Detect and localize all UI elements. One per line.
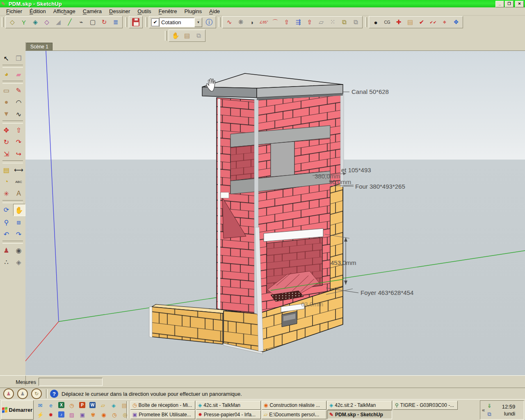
stamp-check-icon[interactable]: ✔: [416, 17, 427, 27]
rotate-cursor-icon[interactable]: ↻: [98, 17, 110, 27]
smooth-surface-icon[interactable]: ◗: [247, 17, 258, 27]
tray-collapse-chevron[interactable]: «: [482, 407, 485, 413]
menu-camera[interactable]: Caméra: [79, 8, 105, 15]
ql-folder-icon[interactable]: ▱: [99, 401, 107, 409]
scene-tab[interactable]: Scène 1: [26, 43, 52, 50]
ql-word-icon[interactable]: W: [89, 402, 96, 408]
ql-device-icon[interactable]: ⚡: [36, 411, 44, 419]
ql-coins-icon[interactable]: ◎: [121, 411, 129, 419]
component-browser-icon[interactable]: ▤: [181, 30, 193, 41]
pan-tool[interactable]: ✋: [13, 204, 25, 216]
taskbar-button-task-construction[interactable]: ◉Construction réaliste ...: [262, 401, 326, 410]
ql-irfanview-icon[interactable]: ✸: [47, 411, 55, 419]
follow-me-tool[interactable]: ↷: [13, 136, 25, 148]
zoom-window-tool[interactable]: ⧈: [13, 217, 25, 228]
sandbox-points-icon[interactable]: ⁙: [327, 17, 338, 27]
layer-info-icon[interactable]: ⓘ: [203, 17, 215, 27]
center-gravity-icon[interactable]: CG: [381, 17, 393, 27]
extrude-up-icon[interactable]: ⇧: [281, 17, 292, 27]
extrude-face-icon[interactable]: ⇧: [304, 17, 315, 27]
taskbar-button-task-prometee[interactable]: ▣Prometee BK Utilisate...: [130, 410, 195, 419]
menu-edition[interactable]: Édition: [26, 8, 50, 15]
tray-update-icon[interactable]: ⇓: [486, 402, 493, 410]
layer-combo-arrow[interactable]: ▼: [194, 18, 202, 27]
taskbar-button-task-42c-talkman[interactable]: ◈42c.sit - TalkMan: [196, 401, 261, 410]
make-component-tool[interactable]: ❒: [13, 52, 25, 64]
line-tool[interactable]: ✎: [13, 84, 25, 96]
taskbar-button-task-tigre[interactable]: ⚲TIGRE - G03R03C00 -...: [393, 401, 458, 410]
ql-clock2-icon[interactable]: ◷: [110, 411, 119, 419]
save-button[interactable]: [130, 17, 142, 27]
protractor-tool[interactable]: ◔: [1, 176, 12, 187]
eraser-tool[interactable]: ▰: [13, 68, 25, 80]
stamp-multi-icon[interactable]: ✔✔: [427, 17, 439, 27]
ql-internet-explorer-icon[interactable]: e: [47, 401, 55, 409]
ql-clock-icon[interactable]: ◷: [68, 401, 76, 409]
axes-tool[interactable]: ✳: [1, 188, 12, 199]
arc-tool[interactable]: ◠: [13, 96, 25, 108]
select-tool[interactable]: ↖: [1, 52, 12, 64]
circle-tool[interactable]: ●: [1, 96, 12, 108]
ql-powerpoint-icon[interactable]: P: [79, 402, 85, 408]
paste-plus-icon[interactable]: ✚: [393, 17, 404, 27]
zoom-next-tool[interactable]: ↷: [13, 228, 25, 240]
3d-text-tool[interactable]: A: [13, 188, 25, 199]
ql-photo-icon[interactable]: ▨: [68, 411, 76, 419]
scale-tool[interactable]: ⇲: [1, 148, 12, 160]
rotate-tool[interactable]: ↻: [1, 136, 12, 148]
ql-outlook-icon[interactable]: ✉: [36, 401, 44, 409]
orbit-tool[interactable]: ⟳: [1, 204, 12, 215]
wireframe-box-icon[interactable]: ◇: [7, 17, 18, 27]
menu-fenetre[interactable]: Fenêtre: [155, 8, 181, 15]
freehand-curve-icon[interactable]: ∿: [224, 17, 235, 27]
help-icon[interactable]: ?: [50, 390, 58, 398]
menu-affichage[interactable]: Affichage: [50, 8, 79, 15]
zoom-tool[interactable]: ⚲: [1, 217, 12, 228]
edges-box-icon[interactable]: ◈: [30, 17, 41, 27]
taskbar-button-task-pdm-sketchup[interactable]: ✎PDM.skp - SketchUp: [327, 410, 392, 419]
tray-network-icon[interactable]: ⧉: [486, 411, 493, 418]
layers-palette-icon[interactable]: ≣: [110, 17, 121, 27]
ql-music-icon[interactable]: ♪: [58, 411, 64, 418]
ql-talkman-icon[interactable]: ◈: [110, 401, 118, 409]
ql-firefox-icon[interactable]: ◉: [100, 411, 108, 419]
measurements-input[interactable]: [39, 378, 103, 386]
explode-bomb-icon[interactable]: ●: [370, 17, 381, 27]
position-camera-tool[interactable]: ♟: [1, 244, 12, 256]
offset-tool[interactable]: ↪: [13, 148, 25, 160]
select-polyline-icon[interactable]: ⌁: [75, 17, 87, 27]
freehand-tool[interactable]: ∿: [13, 108, 25, 120]
target-box-icon[interactable]: ⌖: [439, 17, 450, 27]
draw-axes-icon[interactable]: Y: [18, 17, 30, 27]
menu-outils[interactable]: Outils: [134, 8, 155, 15]
mesh-dome-icon[interactable]: ❋: [235, 17, 247, 27]
push-pull-tool[interactable]: ⇧: [13, 124, 25, 136]
polygon-tool[interactable]: ▼: [1, 108, 12, 120]
page-settings-icon[interactable]: ⧉: [193, 30, 204, 41]
3d-viewport[interactable]: Canal 50*628 et 105*493 380,0mm 90,0mm F…: [25, 50, 525, 376]
taskbar-button-task-presse-papier[interactable]: ✸Presse-papier04 - Irfa...: [196, 410, 261, 419]
dimension-tool[interactable]: ⟷: [13, 164, 25, 176]
clipboard-icon[interactable]: ▤: [404, 17, 416, 27]
select-edge-icon[interactable]: ╱: [64, 17, 75, 27]
move-tool[interactable]: ✥: [1, 124, 12, 136]
section-plane-tool[interactable]: ◈: [13, 256, 25, 268]
menu-plugins[interactable]: Plugins: [180, 8, 205, 15]
look-around-tool[interactable]: ◉: [13, 244, 25, 256]
start-button[interactable]: Démarrer: [1, 400, 34, 420]
fold-corner-icon[interactable]: ◢: [52, 17, 64, 27]
menu-fichier[interactable]: Fichier: [2, 8, 26, 15]
paint-bucket-tool[interactable]: ◕: [1, 68, 12, 80]
menu-aide[interactable]: Aide: [205, 8, 224, 15]
minimize-button[interactable]: _: [495, 1, 504, 7]
title-bar[interactable]: ✎ PDM.skp - SketchUp _❐✕: [0, 0, 525, 7]
hhc-tool-icon[interactable]: ⇶: [292, 17, 304, 27]
fold-plane-icon[interactable]: ⧉: [350, 17, 361, 27]
purple-box-icon[interactable]: ◇: [41, 17, 52, 27]
restore-button[interactable]: ❐: [505, 1, 514, 7]
zoom-previous-tool[interactable]: ↶: [1, 228, 12, 240]
angle-85-icon[interactable]: ∠85°: [258, 17, 269, 27]
rectangle-tool[interactable]: ▭: [1, 84, 12, 96]
taskbar-button-task-42c2-talkman[interactable]: ◈42c.sit:2 - TalkMan: [327, 401, 392, 410]
ql-computer-star-icon[interactable]: ▣: [78, 411, 87, 419]
